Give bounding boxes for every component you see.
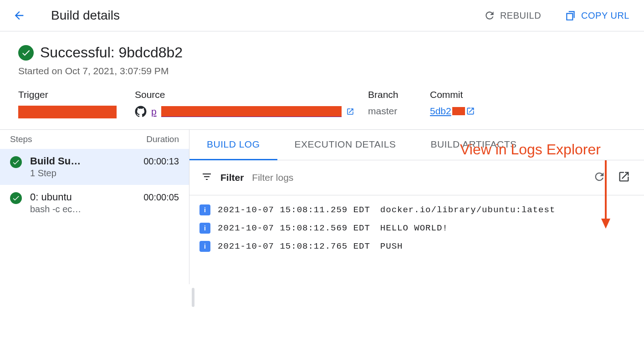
open-in-logs-explorer-button[interactable]	[616, 168, 632, 187]
log-level-info-icon: i	[199, 204, 210, 215]
step-duration: 00:00:13	[143, 156, 179, 167]
status-success-icon	[18, 45, 34, 61]
step-subtext: 1 Step	[30, 168, 135, 179]
trigger-value-redacted	[18, 106, 117, 118]
tab-build-artifacts[interactable]: BUILD ARTIFACTS	[413, 130, 534, 160]
step-name: Build Su…	[30, 155, 135, 167]
duration-header-label: Duration	[146, 134, 179, 144]
trigger-label: Trigger	[18, 89, 135, 100]
tab-build-log[interactable]: BUILD LOG	[189, 130, 277, 160]
commit-label: Commit	[430, 89, 475, 100]
commit-link[interactable]: 5db2	[430, 106, 475, 117]
step-success-icon	[10, 156, 22, 168]
log-line[interactable]: i 2021-10-07 15:08:11.259 EDT docker.io/…	[199, 201, 634, 219]
log-line[interactable]: i 2021-10-07 15:08:12.765 EDT PUSH	[199, 237, 634, 255]
build-summary: Successful: 9bdcd8b2 Started on Oct 7, 2…	[0, 31, 644, 129]
open-external-icon	[346, 107, 354, 116]
open-external-icon	[466, 107, 475, 116]
tabs-bar: BUILD LOGEXECUTION DETAILSBUILD ARTIFACT…	[189, 130, 644, 160]
back-button[interactable]	[9, 5, 29, 26]
steps-panel: Steps Duration Build Su… 1 Step 00:00:13…	[0, 130, 189, 284]
started-on-text: Started on Oct 7, 2021, 3:07:59 PM	[18, 66, 626, 77]
step-success-icon	[10, 192, 22, 204]
filter-input[interactable]	[252, 172, 583, 183]
step-row[interactable]: 0: ubuntu bash -c ec… 00:00:05	[0, 185, 189, 221]
step-row[interactable]: Build Su… 1 Step 00:00:13	[0, 149, 189, 185]
copy-url-button[interactable]: COPY URL	[559, 6, 635, 25]
log-level-info-icon: i	[199, 241, 210, 252]
steps-header-label: Steps	[10, 134, 32, 144]
source-value-redacted	[161, 106, 342, 117]
branch-label: Branch	[368, 89, 430, 100]
logs-panel: BUILD LOGEXECUTION DETAILSBUILD ARTIFACT…	[189, 130, 644, 284]
log-level-info-icon: i	[199, 223, 210, 234]
log-message: HELLO WORLD!	[380, 223, 448, 233]
refresh-logs-button[interactable]	[591, 168, 608, 187]
log-message: PUSH	[380, 241, 403, 251]
log-timestamp: 2021-10-07 15:08:12.569 EDT	[218, 223, 370, 233]
refresh-icon	[484, 10, 496, 21]
log-lines: i 2021-10-07 15:08:11.259 EDT docker.io/…	[189, 195, 644, 261]
filter-label: Filter	[220, 172, 244, 183]
github-icon	[135, 106, 147, 117]
page-title: Build details	[51, 8, 120, 23]
panel-resize-handle[interactable]	[192, 288, 194, 307]
log-line[interactable]: i 2021-10-07 15:08:12.569 EDT HELLO WORL…	[199, 219, 634, 237]
log-timestamp: 2021-10-07 15:08:12.765 EDT	[218, 241, 370, 251]
source-label: Source	[135, 89, 368, 100]
filter-icon	[201, 171, 212, 184]
step-name: 0: ubuntu	[30, 191, 135, 203]
open-external-icon	[618, 170, 630, 183]
status-title: Successful: 9bdcd8b2	[40, 44, 183, 61]
arrow-left-icon	[13, 9, 26, 22]
branch-value: master	[368, 106, 430, 117]
step-subtext: bash -c ec…	[30, 204, 135, 214]
top-toolbar: Build details REBUILD COPY URL	[0, 0, 644, 31]
copy-icon	[565, 10, 577, 21]
tab-execution-details[interactable]: EXECUTION DETAILS	[277, 130, 414, 160]
log-timestamp: 2021-10-07 15:08:11.259 EDT	[218, 205, 370, 215]
log-message: docker.io/library/ubuntu:latest	[380, 205, 555, 215]
source-link[interactable]: p	[135, 106, 368, 117]
refresh-icon	[593, 170, 606, 183]
rebuild-button[interactable]: REBUILD	[478, 6, 547, 25]
step-duration: 00:00:05	[143, 192, 179, 203]
